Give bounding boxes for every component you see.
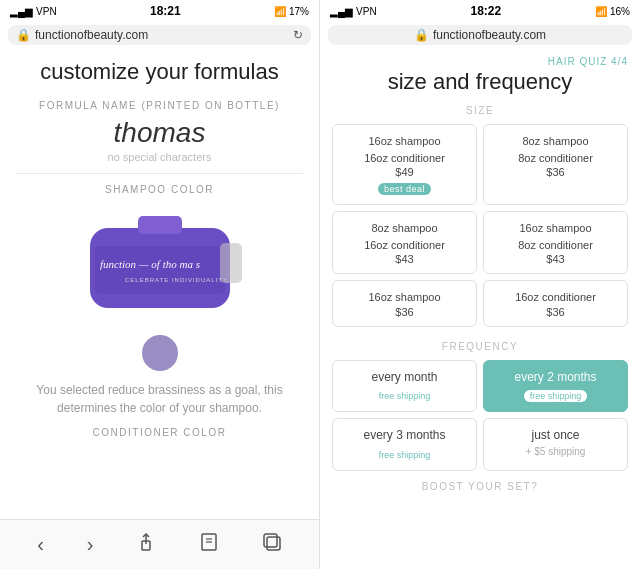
right-url[interactable]: functionofbeauty.com	[433, 28, 546, 42]
size-card-8-8-price: $36	[492, 166, 619, 178]
bottle-svg: function — of tho ma s CELEBRATE INDIVID…	[70, 208, 250, 318]
frequency-grid: every month free shipping every 2 months…	[332, 360, 628, 472]
svg-rect-1	[138, 216, 182, 234]
freq-card-just-once[interactable]: just once + $5 shipping	[483, 418, 628, 471]
freq-every-month-shipping: free shipping	[373, 390, 437, 402]
shampoo-color-label: SHAMPOO COLOR	[105, 184, 214, 195]
lock-icon: 🔒	[16, 28, 31, 42]
formula-name-value[interactable]: thomas	[114, 117, 206, 149]
freq-every-2-months-shipping: free shipping	[524, 390, 588, 402]
freq-every-month-text: every month	[341, 369, 468, 386]
svg-rect-10	[264, 534, 277, 547]
section-heading: size and frequency	[332, 69, 628, 95]
share-icon	[136, 532, 156, 552]
size-grid: 16oz shampoo16oz conditioner $49 best de…	[332, 124, 628, 327]
left-panel: ▂▄▆ VPN 18:21 📶 17% 🔒 functionofbeauty.c…	[0, 0, 320, 569]
tabs-button[interactable]	[254, 528, 290, 561]
left-url[interactable]: functionofbeauty.com	[35, 28, 148, 42]
size-label: SIZE	[332, 105, 628, 116]
signal-icon: ▂▄▆	[10, 6, 33, 17]
size-card-16-conditioner-text: 16oz conditioner	[492, 289, 619, 306]
bookmarks-icon	[199, 532, 219, 552]
freq-every-3-months-text: every 3 months	[341, 427, 468, 444]
status-bar-right: ▂▄▆ VPN 18:22 📶 16%	[320, 0, 640, 22]
size-card-16-16-price: $49	[341, 166, 468, 178]
freq-just-once-text: just once	[492, 427, 619, 444]
best-deal-badge: best deal	[378, 183, 431, 195]
status-bar-left: ▂▄▆ VPN 18:21 📶 17%	[0, 0, 319, 22]
svg-rect-5	[220, 243, 242, 283]
browser-bar-left: 🔒 functionofbeauty.com ↻	[0, 22, 319, 48]
size-card-8-16-text: 8oz shampoo16oz conditioner	[341, 220, 468, 253]
left-status-icons: 📶 17%	[274, 6, 309, 17]
bottom-nav-left: ‹ ›	[0, 519, 319, 569]
size-card-16-shampoo-price: $36	[341, 306, 468, 318]
page-title: customize your formulas	[40, 58, 278, 86]
freq-card-every-3-months[interactable]: every 3 months free shipping	[332, 418, 477, 471]
refresh-icon[interactable]: ↻	[293, 28, 303, 42]
size-card-8-16[interactable]: 8oz shampoo16oz conditioner $43	[332, 211, 477, 274]
vpn-badge: VPN	[36, 6, 57, 17]
size-card-16-shampoo-text: 16oz shampoo	[341, 289, 468, 306]
right-carrier: ▂▄▆ VPN	[330, 6, 377, 17]
bottle-container: function — of tho ma s CELEBRATE INDIVID…	[60, 203, 260, 323]
right-wifi-icon: 📶	[595, 6, 607, 17]
quiz-indicator: HAIR QUIZ 4/4	[332, 56, 628, 67]
right-lock-icon: 🔒	[414, 28, 429, 42]
back-button[interactable]: ‹	[29, 529, 52, 560]
formula-hint: no special characters	[108, 151, 212, 163]
freq-every-2-months-text: every 2 months	[492, 369, 619, 386]
right-vpn-badge: VPN	[356, 6, 377, 17]
size-card-16-16[interactable]: 16oz shampoo16oz conditioner $49 best de…	[332, 124, 477, 205]
svg-text:function — of tho ma s: function — of tho ma s	[100, 258, 200, 270]
left-content: customize your formulas FORMULA NAME (PR…	[0, 48, 319, 519]
tabs-icon	[262, 532, 282, 552]
size-card-8-16-price: $43	[341, 253, 468, 265]
shampoo-color-circle[interactable]	[142, 335, 178, 371]
size-card-16-8-text: 16oz shampoo8oz conditioner	[492, 220, 619, 253]
size-card-16-shampoo[interactable]: 16oz shampoo $36	[332, 280, 477, 327]
size-card-8-8-text: 8oz shampoo8oz conditioner	[492, 133, 619, 166]
right-time: 18:22	[470, 4, 501, 18]
svg-rect-2	[95, 246, 225, 294]
freq-just-once-extra: + $5 shipping	[492, 446, 619, 457]
left-carrier: ▂▄▆ VPN	[10, 6, 57, 17]
wifi-icon: 📶	[274, 6, 286, 17]
freq-card-every-2-months[interactable]: every 2 months free shipping	[483, 360, 628, 413]
right-status-icons: 📶 16%	[595, 6, 630, 17]
bookmarks-button[interactable]	[191, 528, 227, 561]
browser-bar-right: 🔒 functionofbeauty.com	[320, 22, 640, 48]
freq-card-every-month[interactable]: every month free shipping	[332, 360, 477, 413]
share-button[interactable]	[128, 528, 164, 561]
left-time: 18:21	[150, 4, 181, 18]
size-card-8-8[interactable]: 8oz shampoo8oz conditioner $36	[483, 124, 628, 205]
battery-icon: 17%	[289, 6, 309, 17]
right-panel: ▂▄▆ VPN 18:22 📶 16% 🔒 functionofbeauty.c…	[320, 0, 640, 569]
description-text: You selected reduce brassiness as a goal…	[16, 381, 303, 417]
size-card-16-conditioner[interactable]: 16oz conditioner $36	[483, 280, 628, 327]
forward-button[interactable]: ›	[79, 529, 102, 560]
size-card-16-16-text: 16oz shampoo16oz conditioner	[341, 133, 468, 166]
boost-label: BOOST YOUR SET?	[332, 481, 628, 492]
svg-text:CELEBRATE INDIVIDUALITY: CELEBRATE INDIVIDUALITY	[125, 277, 228, 283]
formula-name-label: FORMULA NAME (PRINTED ON BOTTLE)	[39, 100, 280, 111]
size-card-16-conditioner-price: $36	[492, 306, 619, 318]
size-card-16-8-price: $43	[492, 253, 619, 265]
right-signal-icon: ▂▄▆	[330, 6, 353, 17]
freq-every-3-months-shipping: free shipping	[373, 449, 437, 461]
svg-rect-11	[267, 537, 280, 550]
conditioner-color-label: CONDITIONER COLOR	[93, 427, 227, 438]
size-card-16-8[interactable]: 16oz shampoo8oz conditioner $43	[483, 211, 628, 274]
right-battery-icon: 16%	[610, 6, 630, 17]
right-content: HAIR QUIZ 4/4 size and frequency SIZE 16…	[320, 48, 640, 569]
divider-1	[16, 173, 303, 174]
frequency-label: FREQUENCY	[332, 341, 628, 352]
